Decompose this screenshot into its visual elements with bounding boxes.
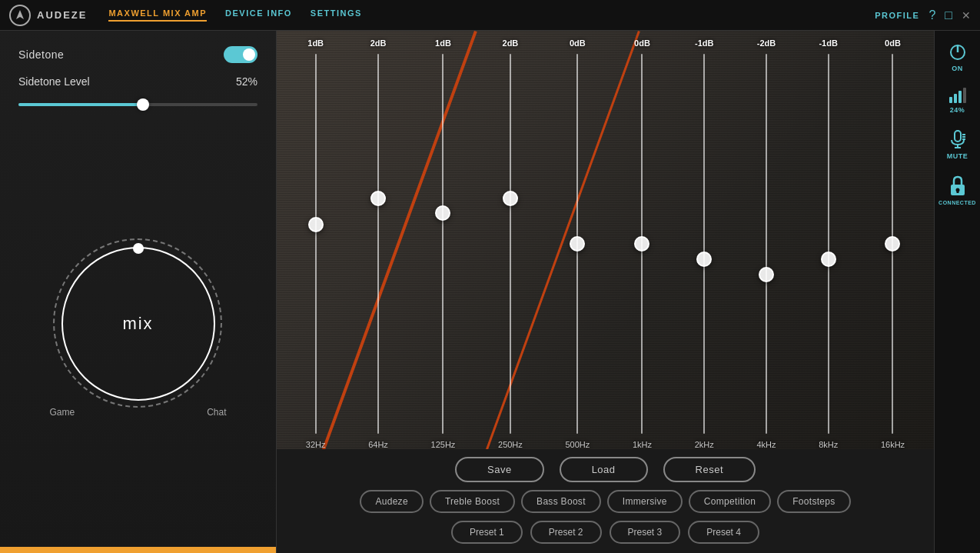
eq-thumb-4khz[interactable] [759,267,774,282]
connected-label: CONNECTED [938,200,976,205]
battery-bar-2 [954,94,957,103]
battery-bars [949,88,966,103]
svg-rect-10 [956,191,958,193]
close-icon[interactable]: ✕ [962,9,971,22]
header-right: PROFILE ? □ ✕ [875,8,971,22]
eq-slider-track-2khz[interactable] [703,54,705,434]
power-icon-item[interactable]: ON [948,43,967,72]
logo-icon [9,5,31,26]
battery-label: 24% [950,106,965,114]
eq-thumb-250hz[interactable] [503,191,518,206]
eq-band-2khz: -1dB 2kHz [695,38,714,449]
custom-preset-1[interactable]: Preset 1 [451,521,523,544]
custom-preset-4[interactable]: Preset 4 [688,521,759,544]
tab-device-info[interactable]: DEVICE INFO [225,8,292,22]
mute-icon-item[interactable]: MUTE [947,129,968,160]
eq-band-16khz: 0dB 16kHz [881,38,905,449]
eq-db-2khz: -1dB [695,38,713,48]
eq-db-64hz: 2dB [370,38,387,48]
sidetone-row: Sidetone [18,46,257,63]
mix-knob-wrapper[interactable]: mix [61,247,215,401]
preset-audeze[interactable]: Audeze [360,490,424,513]
nav-tabs: MAXWELL MIX AMP DEVICE INFO SETTINGS [108,8,361,22]
sidetone-level-value: 52% [236,75,257,88]
eq-slider-track-32hz[interactable] [315,54,317,434]
help-icon[interactable]: ? [929,8,935,22]
sidetone-slider-track[interactable] [18,103,257,106]
logo: AUDEZE [9,5,87,26]
eq-band-500hz: 0dB 500Hz [565,38,590,449]
power-icon [948,43,967,62]
eq-area: 1dB 32Hz 2dB 64Hz 1dB [277,31,934,449]
main-layout: Sidetone Sidetone Level 52% mix Game Cha… [0,31,980,553]
eq-thumb-500hz[interactable] [570,236,585,252]
eq-band-64hz: 2dB 64Hz [368,38,388,449]
sidetone-slider-thumb[interactable] [137,98,149,111]
custom-preset-3[interactable]: Preset 3 [610,521,681,544]
mix-labels: Game Chat [50,407,227,418]
connected-icon [949,175,966,197]
sidetone-toggle[interactable] [224,46,257,63]
eq-slider-track-4khz[interactable] [766,54,767,434]
eq-slider-track-8khz[interactable] [828,54,829,434]
eq-slider-track-500hz[interactable] [576,54,578,434]
preset-immersive[interactable]: Immersive [607,490,683,513]
eq-db-4khz: -2dB [757,38,776,48]
custom-preset-2[interactable]: Preset 2 [530,521,602,544]
preset-footsteps[interactable]: Footsteps [777,490,850,513]
left-panel: Sidetone Sidetone Level 52% mix Game Cha… [0,31,277,553]
save-button[interactable]: Save [455,457,544,482]
eq-freq-8khz: 8kHz [819,440,838,449]
mix-container: mix Game Chat [18,126,257,538]
preset-competition[interactable]: Competition [689,490,771,513]
bottom-area: Save Load Reset Audeze Treble Boost Bass… [277,449,934,553]
eq-slider-track-64hz[interactable] [377,54,379,434]
eq-thumb-32hz[interactable] [308,217,324,232]
mute-label: MUTE [947,152,968,160]
eq-freq-125hz: 125Hz [431,440,456,449]
eq-slider-track-1khz[interactable] [641,54,643,434]
eq-thumb-2khz[interactable] [696,252,712,267]
eq-db-125hz: 1dB [435,38,451,48]
eq-freq-1khz: 1kHz [633,440,652,449]
eq-thumb-16khz[interactable] [885,236,900,252]
eq-slider-track-125hz[interactable] [442,54,443,434]
tab-maxwell-mix-amp[interactable]: MAXWELL MIX AMP [108,8,207,22]
preset-bass-boost[interactable]: Bass Boost [521,490,601,513]
chat-label: Chat [207,407,226,418]
preset-treble-boost[interactable]: Treble Boost [430,490,515,513]
eq-freq-2khz: 2kHz [695,440,714,449]
eq-band-125hz: 1dB 125Hz [431,38,456,449]
eq-db-250hz: 2dB [503,38,519,48]
battery-bar-4 [963,88,966,103]
window-icon[interactable]: □ [945,8,952,22]
tab-settings[interactable]: SETTINGS [311,8,362,22]
profile-button[interactable]: PROFILE [875,11,919,20]
battery-bar-3 [958,91,962,103]
eq-db-500hz: 0dB [570,38,586,48]
sidetone-label: Sidetone [18,48,64,61]
logo-text: AUDEZE [37,9,87,21]
battery-bar-1 [949,97,952,103]
header: AUDEZE MAXWELL MIX AMP DEVICE INFO SETTI… [0,0,980,31]
reset-button[interactable]: Reset [663,457,756,482]
eq-band-1khz: 0dB 1kHz [633,38,652,449]
eq-thumb-1khz[interactable] [634,236,649,252]
load-button[interactable]: Load [560,457,648,482]
eq-band-4khz: -2dB 4kHz [756,38,776,449]
eq-db-32hz: 1dB [307,38,324,48]
eq-action-buttons: Save Load Reset [292,457,919,482]
power-label: ON [952,65,963,72]
eq-slider-track-250hz[interactable] [510,54,511,434]
eq-thumb-8khz[interactable] [821,252,836,267]
eq-freq-64hz: 64Hz [368,440,388,449]
eq-thumb-64hz[interactable] [370,191,386,206]
mix-circle[interactable]: mix [61,247,215,401]
eq-slider-track-16khz[interactable] [892,54,893,434]
eq-db-8khz: -1dB [819,38,837,48]
eq-thumb-125hz[interactable] [435,205,450,221]
eq-band-8khz: -1dB 8kHz [819,38,838,449]
mix-knob-handle[interactable] [133,243,144,254]
battery-icon-item: 24% [949,88,966,114]
connected-icon-item: CONNECTED [938,175,976,205]
